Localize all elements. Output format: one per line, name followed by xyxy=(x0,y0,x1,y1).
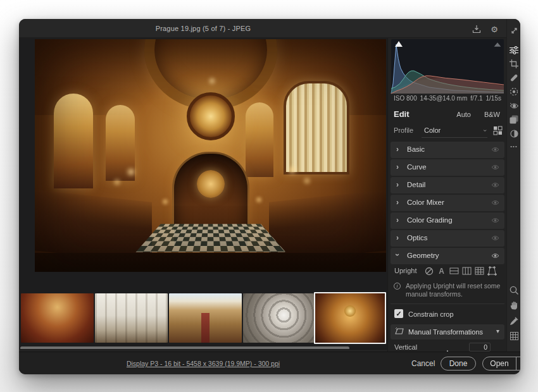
manual-transformations-bar[interactable]: Manual Transformations ▾ xyxy=(391,324,504,340)
done-button[interactable]: Done xyxy=(441,357,476,371)
section-curve[interactable]: › Curve xyxy=(391,159,504,176)
chevron-right-icon: › xyxy=(396,180,399,189)
main-area: Fit (30.1%) 100%› ☆ ☆ ☆ ☆ xyxy=(19,38,387,352)
constrain-crop-label: Constrain crop xyxy=(408,310,454,318)
camera-raw-window: Prague 19.jpg (5 of 7) - JPEG ⚙ xyxy=(19,19,520,374)
info-icon: i xyxy=(394,283,401,290)
exif-lens: 14-35@14.0 mm xyxy=(420,95,468,105)
filmstrip xyxy=(19,292,387,349)
more-tools-icon[interactable]: ••• xyxy=(508,140,520,152)
fullscreen-expand-icon[interactable] xyxy=(508,25,520,36)
section-detail[interactable]: › Detail xyxy=(391,177,504,193)
action-bar: Display P3 - 16 bit - 5458 x 3639 (19.9M… xyxy=(19,352,520,374)
open-dropdown[interactable]: › xyxy=(516,357,520,370)
eye-icon[interactable] xyxy=(491,164,499,171)
titlebar: Prague 19.jpg (5 of 7) - JPEG ⚙ xyxy=(19,19,520,38)
edit-header: Edit Auto B&W xyxy=(391,109,504,121)
upright-auto-icon[interactable]: A xyxy=(436,266,447,276)
histogram[interactable] xyxy=(391,39,504,94)
chevron-right-icon: › xyxy=(396,216,399,224)
eye-icon[interactable] xyxy=(491,146,499,154)
white-balance-eyedropper-icon[interactable] xyxy=(508,315,520,327)
crop-icon[interactable] xyxy=(508,58,520,70)
bw-button[interactable]: B&W xyxy=(484,111,500,118)
geometry-body: Upright A i Appl xyxy=(391,264,504,352)
chevron-right-icon: › xyxy=(396,162,399,171)
eye-icon[interactable] xyxy=(491,199,499,207)
photo-chandeliers xyxy=(35,39,37,42)
workflow-options-link[interactable]: Display P3 - 16 bit - 5458 x 3639 (19.9M… xyxy=(19,352,387,374)
snapshots-icon[interactable] xyxy=(508,128,520,139)
zoom-tool-icon[interactable] xyxy=(508,285,520,296)
eye-icon[interactable] xyxy=(491,217,499,224)
healing-brush-icon[interactable] xyxy=(508,72,520,83)
upright-label: Upright xyxy=(394,267,416,274)
photo-organ xyxy=(284,81,349,175)
upright-row: Upright A xyxy=(391,264,504,278)
section-optics[interactable]: › Optics xyxy=(391,230,504,247)
eye-icon[interactable] xyxy=(491,252,499,260)
filmstrip-thumb-3[interactable] xyxy=(169,293,242,343)
open-button[interactable]: Open › xyxy=(482,357,520,371)
upright-full-icon[interactable] xyxy=(474,266,485,276)
red-eye-icon[interactable] xyxy=(508,100,520,111)
photo-balcony-left xyxy=(35,190,152,262)
hand-tool-icon[interactable] xyxy=(508,300,520,311)
upright-guided-icon[interactable] xyxy=(487,266,497,276)
photo-balcony-right xyxy=(269,190,386,262)
vertical-slider: Vertical 0 ▲ xyxy=(391,341,504,352)
edit-panel: ISO 800 14-35@14.0 mm f/7.1 1/15s Edit A… xyxy=(387,38,506,352)
filmstrip-thumb-5-selected[interactable] xyxy=(314,292,386,344)
upright-note: i Applying Upright will reset some manua… xyxy=(391,282,504,304)
profile-label: Profile xyxy=(394,126,413,134)
photo-altar xyxy=(172,152,249,248)
cancel-button[interactable]: Cancel xyxy=(411,352,435,374)
presets-icon[interactable] xyxy=(508,114,520,125)
export-icon[interactable] xyxy=(471,23,482,35)
settings-gear-icon[interactable]: ⚙ xyxy=(489,23,500,35)
masking-icon[interactable] xyxy=(508,86,520,97)
upright-level-icon[interactable] xyxy=(449,266,460,276)
auto-button[interactable]: Auto xyxy=(456,111,471,118)
eye-icon[interactable] xyxy=(491,181,499,189)
eye-icon[interactable] xyxy=(491,235,499,242)
photo-prague-synagogue[interactable] xyxy=(35,39,386,272)
photo-floor xyxy=(35,253,386,272)
exif-aperture: f/7.1 xyxy=(470,95,482,105)
image-canvas[interactable] xyxy=(19,38,387,292)
profile-row: Profile Color › xyxy=(391,124,504,138)
highlight-clipping-indicator[interactable] xyxy=(494,42,501,46)
document-title: Prague 19.jpg (5 of 7) - JPEG xyxy=(19,19,387,38)
photo-arch-window xyxy=(106,105,135,181)
filmstrip-thumb-1[interactable] xyxy=(21,293,94,343)
transform-icon xyxy=(395,328,404,336)
chevron-down-icon: › xyxy=(393,254,402,256)
constrain-crop-row: ✓ Constrain crop xyxy=(391,307,504,323)
shadow-clipping-indicator[interactable] xyxy=(395,41,403,47)
exif-iso: ISO 800 xyxy=(394,95,417,105)
chevron-right-icon: › xyxy=(396,145,399,154)
upright-off-icon[interactable] xyxy=(423,266,434,276)
chevron-right-icon: › xyxy=(396,198,399,207)
section-color-grading[interactable]: › Color Grading xyxy=(391,212,504,229)
filmstrip-thumb-4[interactable] xyxy=(243,293,316,343)
photo-rose-window xyxy=(187,92,235,140)
filmstrip-thumb-2[interactable] xyxy=(95,293,168,343)
tool-rail: ••• xyxy=(506,19,520,352)
vertical-value[interactable]: 0 xyxy=(469,343,491,352)
photo-ceiling xyxy=(35,39,386,115)
photo-arch-window xyxy=(246,102,273,177)
constrain-crop-checkbox[interactable]: ✓ xyxy=(394,309,403,318)
exif-info: ISO 800 14-35@14.0 mm f/7.1 1/15s xyxy=(391,95,504,105)
edit-title: Edit xyxy=(394,109,410,119)
upright-vertical-icon[interactable] xyxy=(461,266,472,276)
section-color-mixer[interactable]: › Color Mixer xyxy=(391,195,504,211)
edit-sliders-icon[interactable] xyxy=(508,44,520,56)
section-basic[interactable]: › Basic xyxy=(391,142,504,158)
photo-checkered-floor xyxy=(135,224,285,252)
grid-overlay-icon[interactable] xyxy=(508,330,520,341)
profile-select[interactable]: Color › xyxy=(422,124,487,138)
section-geometry[interactable]: › Geometry xyxy=(391,248,504,264)
profile-browser-icon[interactable] xyxy=(493,126,503,137)
chevron-down-icon: › xyxy=(518,362,520,364)
